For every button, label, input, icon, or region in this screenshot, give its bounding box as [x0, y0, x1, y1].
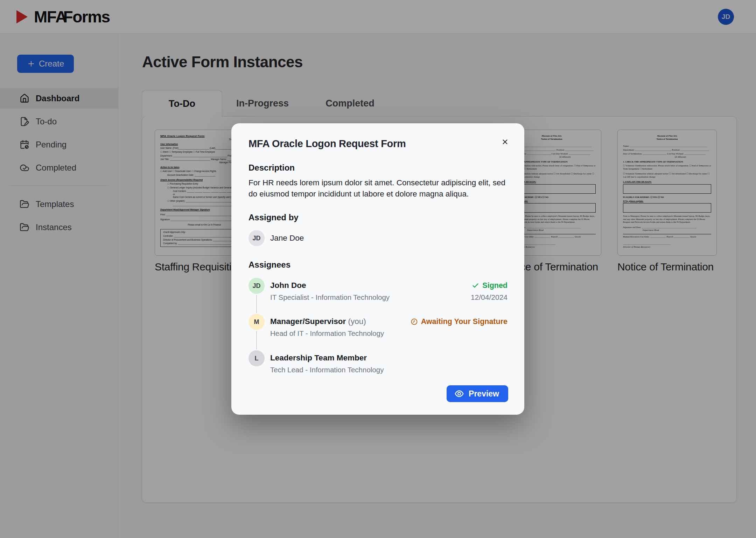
assigned-by-name: Jane Doe [270, 234, 304, 243]
awaiting-status: Awaiting Your Signature [411, 317, 507, 326]
close-button[interactable] [499, 136, 511, 148]
assignee-list: JD John Doe IT Specialist - Information … [248, 278, 507, 374]
assignee-row: L Leadership Team Member Tech Lead - Inf… [248, 350, 507, 374]
assignee-info: John Doe IT Specialist - Information Tec… [270, 278, 390, 302]
assignee-name: Leadership Team Member [270, 353, 384, 363]
description-heading: Description [248, 163, 507, 173]
check-icon [472, 282, 479, 289]
status-label: Signed [482, 281, 507, 290]
assignee-status: Signed 12/04/2024 [471, 278, 507, 302]
connector-line [256, 331, 257, 350]
modal-title: MFA Oracle Logon Request Form [248, 138, 507, 150]
assigned-by-heading: Assigned by [248, 213, 507, 222]
description-text: For HR needs lorem ipsum dolor sit amet.… [248, 177, 509, 200]
preview-button-label: Preview [469, 389, 499, 399]
avatar: M [248, 314, 265, 330]
assignee-role: IT Specialist - Information Technology [270, 293, 390, 302]
assignee-row: JD John Doe IT Specialist - Information … [248, 278, 507, 314]
assignee-role: Tech Lead - Information Technology [270, 365, 384, 374]
assignees-heading: Assignees [248, 260, 507, 270]
assignee-info: Manager/Supervisor (you) Head of IT - In… [270, 314, 384, 338]
signed-status: Signed [471, 281, 507, 290]
assignee-name-text: Manager/Supervisor [270, 317, 346, 326]
assignee-row: M Manager/Supervisor (you) Head of IT - … [248, 314, 507, 350]
assignee-status: Awaiting Your Signature [411, 314, 507, 326]
signed-date: 12/04/2024 [471, 293, 507, 302]
avatar: L [248, 350, 265, 366]
avatar: JD [248, 278, 265, 294]
connector-line [256, 295, 257, 313]
assignee-you-suffix: (you) [348, 317, 366, 326]
clock-icon [411, 318, 418, 325]
status-label: Awaiting Your Signature [421, 317, 507, 326]
preview-button[interactable]: Preview [447, 385, 508, 402]
eye-icon [454, 389, 464, 399]
assignee-info: Leadership Team Member Tech Lead - Infor… [270, 350, 384, 374]
form-details-modal: MFA Oracle Logon Request Form Descriptio… [231, 123, 524, 415]
close-icon [501, 138, 509, 146]
assignee-role: Head of IT - Information Technology [270, 329, 384, 338]
avatar: JD [248, 230, 265, 246]
assigned-by-row: JD Jane Doe [248, 230, 507, 246]
assignee-name: John Doe [270, 281, 390, 290]
assignee-name: Manager/Supervisor (you) [270, 317, 384, 326]
